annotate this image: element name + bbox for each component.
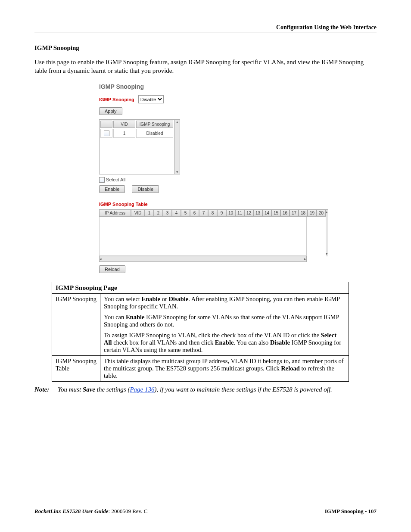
text: . You can also <box>234 339 270 346</box>
igmp-mode-select[interactable]: Disable <box>138 95 164 103</box>
port-col: 17 <box>290 209 299 217</box>
port-col: 10 <box>226 209 235 217</box>
port-col: 14 <box>262 209 271 217</box>
chevron-down-icon: ▾ <box>176 170 178 174</box>
vid-column-header: VID <box>113 121 135 128</box>
apply-button[interactable]: Apply <box>99 107 122 115</box>
reload-button[interactable]: Reload <box>99 265 125 273</box>
select-all-checkbox[interactable] <box>99 177 105 183</box>
port-col: 20 <box>317 209 326 217</box>
port-col: 13 <box>253 209 262 217</box>
text: You can <box>104 314 126 320</box>
port-col: 19 <box>308 209 317 217</box>
description-table: IGMP Snooping Page IGMP Snooping You can… <box>52 282 349 382</box>
table-row: 1 Disabled <box>100 129 173 138</box>
screenshot-block: IGMP Snooping IGMP Snooping Disable Appl… <box>99 83 314 274</box>
text-bold: Disable <box>168 296 188 302</box>
text: check box for all VLANs and then click <box>112 339 215 346</box>
note-body: You must Save the settings (Page 136), i… <box>58 386 377 393</box>
intro-paragraph: Use this page to enable the IGMP Snoopin… <box>34 58 377 75</box>
chevron-right-icon: ▸ <box>304 257 306 261</box>
panel-title-table: IGMP Snooping Table <box>99 202 148 207</box>
vid2-column-header: VID <box>131 209 145 217</box>
desc-row1-label: IGMP Snooping <box>52 294 100 356</box>
port-col: 12 <box>244 209 253 217</box>
page-link[interactable]: Page 136 <box>130 386 154 393</box>
port-col: 2 <box>154 209 163 217</box>
port-col: 6 <box>190 209 199 217</box>
header-rule <box>34 32 377 32</box>
text: or <box>160 296 168 302</box>
port-col: 7 <box>199 209 208 217</box>
enable-button[interactable]: Enable <box>99 185 125 193</box>
port-col: 3 <box>163 209 172 217</box>
footer-rev: : 2000509 Rev. C <box>109 508 148 514</box>
section-heading: IGMP Snooping <box>34 44 377 52</box>
note-label: Note: <box>34 386 55 393</box>
text-bold: Enable <box>215 339 234 346</box>
panel-title-igmp: IGMP Snooping <box>99 97 134 102</box>
row-vid: 1 <box>113 129 135 138</box>
chevron-left-icon: ◂ <box>100 257 102 261</box>
snooping-column-header: IGMP Snooping <box>136 121 173 128</box>
desc-row2-label: IGMP Snooping Table <box>52 356 100 382</box>
port-col: 9 <box>217 209 226 217</box>
select-all-label: Select All <box>106 177 125 182</box>
horizontal-scrollbar[interactable]: ◂▸ <box>99 256 307 262</box>
vlan-table: VID IGMP Snooping 1 Disabled <box>99 119 174 174</box>
port-col: 16 <box>280 209 290 217</box>
chevron-up-icon: ▴ <box>326 210 328 214</box>
ip-column-header: IP Address <box>99 209 131 217</box>
text-bold: Disable <box>270 339 290 346</box>
port-col: 15 <box>271 209 280 217</box>
page-header-section: Configuration Using the Web Interface <box>34 24 377 31</box>
chevron-up-icon: ▴ <box>176 120 178 124</box>
port-col: 5 <box>181 209 190 217</box>
port-col: 18 <box>299 209 308 217</box>
chevron-down-icon: ▾ <box>326 252 328 256</box>
page-footer: RocketLinx ES7528 User Guide: 2000509 Re… <box>34 506 377 515</box>
snooping-table-header: IP Address VID 1 2 3 4 5 6 7 8 9 10 11 1… <box>99 209 326 217</box>
text: You can select <box>104 296 142 302</box>
text-bold: Enable <box>126 314 145 320</box>
port-col: 11 <box>235 209 244 217</box>
port-col: 1 <box>145 209 154 217</box>
text-bold: Enable <box>142 296 161 302</box>
port-col: 8 <box>208 209 217 217</box>
text-bold: Reload <box>281 365 300 372</box>
row-checkbox[interactable] <box>104 131 109 136</box>
disable-button[interactable]: Disable <box>132 185 159 193</box>
desc-title: IGMP Snooping Page <box>52 282 349 294</box>
app-title: IGMP Snooping <box>99 83 314 90</box>
text: To assign IGMP Snooping to VLAN, click t… <box>104 332 321 339</box>
vertical-scrollbar-2[interactable]: ▴▾ <box>326 209 328 256</box>
row-state: Disabled <box>136 129 173 138</box>
vertical-scrollbar[interactable]: ▴▾ <box>174 119 180 174</box>
port-col: 4 <box>172 209 181 217</box>
footer-page: IGMP Snooping - 107 <box>325 508 377 515</box>
snooping-table-body <box>99 217 307 256</box>
footer-product: RocketLinx ES7528 User Guide <box>34 508 109 514</box>
